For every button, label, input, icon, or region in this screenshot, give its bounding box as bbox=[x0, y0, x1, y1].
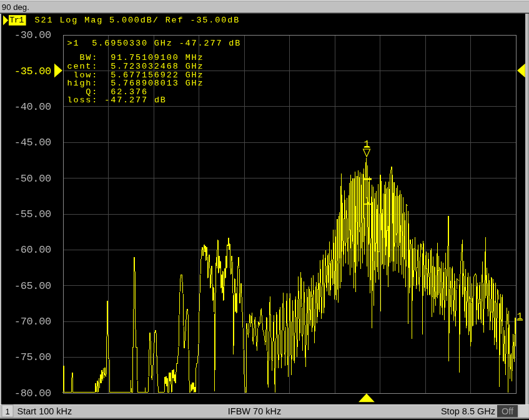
svg-text:Off: Off bbox=[502, 406, 514, 416]
svg-text:-75.00: -75.00 bbox=[14, 351, 51, 363]
svg-text:90 deg.: 90 deg. bbox=[2, 2, 29, 12]
svg-text:1: 1 bbox=[5, 407, 9, 416]
svg-text:-40.00: -40.00 bbox=[14, 101, 51, 113]
svg-text:loss: -47.277 dB: loss: -47.277 dB bbox=[67, 95, 167, 105]
svg-text:-55.00: -55.00 bbox=[14, 208, 51, 220]
svg-text:>1 5.6950330 GHz -47.277 dB: >1 5.6950330 GHz -47.277 dB bbox=[67, 39, 242, 48]
svg-text:S21 Log Mag 5.000dB/ Ref -35.0: S21 Log Mag 5.000dB/ Ref -35.00dB bbox=[35, 16, 240, 25]
svg-text:-60.00: -60.00 bbox=[14, 244, 51, 256]
svg-text:-30.00: -30.00 bbox=[14, 29, 51, 41]
svg-text:-80.00: -80.00 bbox=[14, 388, 51, 399]
svg-text:Stop 8.5 GHz: Stop 8.5 GHz bbox=[441, 406, 495, 416]
svg-text:-50.00: -50.00 bbox=[14, 173, 51, 185]
svg-text:-45.00: -45.00 bbox=[14, 137, 51, 149]
svg-text:Tr1: Tr1 bbox=[9, 16, 25, 25]
svg-text:1: 1 bbox=[364, 139, 370, 150]
svg-text:-65.00: -65.00 bbox=[14, 280, 51, 292]
svg-text:-35.00: -35.00 bbox=[14, 66, 51, 77]
svg-text:-70.00: -70.00 bbox=[14, 316, 51, 328]
svg-text:IFBW 70 kHz: IFBW 70 kHz bbox=[228, 406, 281, 416]
svg-text:Start 100 kHz: Start 100 kHz bbox=[17, 406, 72, 416]
